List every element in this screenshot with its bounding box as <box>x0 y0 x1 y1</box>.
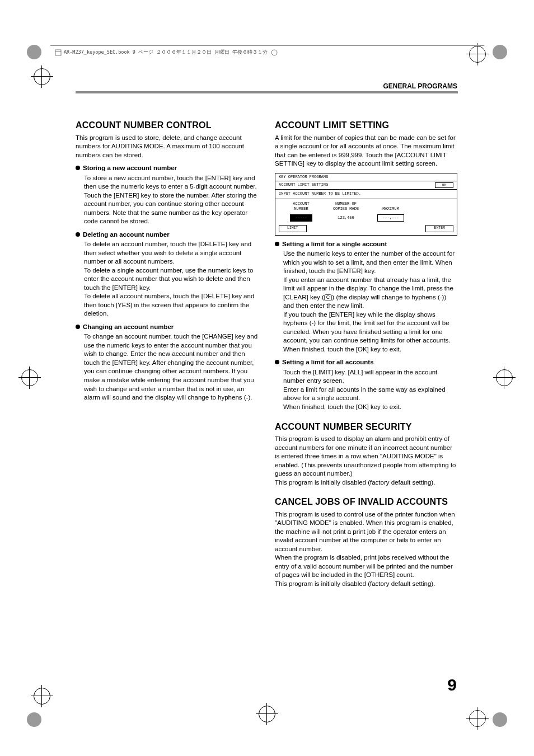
clear-key-icon: C <box>324 294 332 301</box>
panel-titlebar-top: KEY OPERATOR PROGRAMS <box>275 173 457 181</box>
cj-p1: This program is used to control use of t… <box>275 510 457 554</box>
panel-titlebar-sub: ACCOUNT LIMIT SETTING OK <box>275 181 457 190</box>
cj-p2: When the program is disabled, print jobs… <box>275 553 457 580</box>
bullet-icon <box>76 166 80 170</box>
clock-icon <box>271 49 278 56</box>
reg-cross-bl <box>34 688 50 705</box>
bullet-icon <box>76 232 80 237</box>
panel-footer: LIMIT ENTER <box>275 225 457 235</box>
reg-cross-tl <box>34 68 50 85</box>
sl-p4: When finished, touch the [OK] key to exi… <box>283 345 457 354</box>
sec-p2: This program is initially disabled (fact… <box>275 478 457 487</box>
all-limit-body: Touch the [LIMIT] key. [ALL] will appear… <box>283 368 457 412</box>
sl-p1: Use the numeric keys to enter the number… <box>283 250 457 276</box>
sl-p2: If you enter an account number that alre… <box>283 276 457 311</box>
all-limit-bullet: Setting a limit for all accounts <box>275 358 457 367</box>
bullet-icon <box>275 360 279 364</box>
changing-title: Changing an account number <box>83 323 174 332</box>
enter-button[interactable]: ENTER <box>425 225 453 232</box>
acct-limit-heading: ACCOUNT LIMIT SETTING <box>275 119 457 132</box>
cancel-jobs-heading: CANCEL JOBS OF INVALID ACCOUNTS <box>275 496 457 508</box>
single-limit-body: Use the numeric keys to enter the number… <box>283 250 457 354</box>
reg-cross-br <box>469 710 486 727</box>
panel-body: ACCOUNTNUMBER NUMBER OFCOPIES MADE MAXIM… <box>275 199 457 225</box>
acct-number-control-heading: ACCOUNT NUMBER CONTROL <box>76 119 258 132</box>
left-column: ACCOUNT NUMBER CONTROL This program is u… <box>76 119 258 597</box>
panel-col-headers: ACCOUNTNUMBER NUMBER OFCOPIES MADE MAXIM… <box>279 201 453 212</box>
changing-body: To change an account number, touch the [… <box>84 332 258 402</box>
ok-button[interactable]: OK <box>435 182 453 188</box>
single-limit-title: Setting a limit for a single account <box>282 240 387 249</box>
svg-rect-0 <box>55 50 61 55</box>
panel-instruction: INPUT ACCOUNT NUMBER TO BE LIMITED. <box>275 190 457 199</box>
reg-solid-br <box>493 712 507 727</box>
panel-values: ----- 123,456 ---,--- <box>279 214 453 222</box>
book-icon <box>55 49 62 56</box>
col-max: MAXIMUM <box>368 201 413 212</box>
deleting-title: Deleting an account number <box>83 231 170 240</box>
al-p1: Touch the [LIMIT] key. [ALL] will appear… <box>283 368 457 386</box>
page-number: 9 <box>447 675 457 694</box>
svg-point-2 <box>271 50 277 55</box>
copies-value: 123,456 <box>324 215 368 220</box>
reg-solid-tr <box>493 45 507 59</box>
max-value-box[interactable]: ---,--- <box>377 214 404 222</box>
panel-title-top: KEY OPERATOR PROGRAMS <box>279 175 328 180</box>
account-limit-panel: KEY OPERATOR PROGRAMS ACCOUNT LIMIT SETT… <box>275 173 457 236</box>
header-strip-text: AR-M237_keyope_SEC.book 9 ページ ２００６年１１月２０… <box>64 49 268 56</box>
sec-p1: This program is used to display an alarm… <box>275 435 457 478</box>
right-column: ACCOUNT LIMIT SETTING A limit for the nu… <box>275 119 457 597</box>
storing-body: To store a new account number, touch the… <box>84 174 258 226</box>
al-p2: Enter a limit for all acounts in the sam… <box>283 386 457 403</box>
single-limit-bullet: Setting a limit for a single account <box>275 240 457 249</box>
al-p3: When finished, touch the [OK] key to exi… <box>283 403 457 412</box>
reg-cross-mb <box>259 706 275 722</box>
section-header: GENERAL PROGRAMS <box>383 82 457 90</box>
reg-cross-mr <box>496 369 513 386</box>
reg-solid-tl <box>27 45 41 59</box>
changing-bullet: Changing an account number <box>76 323 258 332</box>
content-columns: ACCOUNT NUMBER CONTROL This program is u… <box>76 119 458 597</box>
reg-solid-bl <box>27 712 41 727</box>
bullet-icon <box>275 242 279 246</box>
framemaker-header: AR-M237_keyope_SEC.book 9 ページ ２００６年１１月２０… <box>50 45 484 59</box>
col-acct: ACCOUNTNUMBER <box>279 201 324 212</box>
storing-title: Storing a new account number <box>83 164 177 173</box>
deleting-body: To delete an account number, touch the [… <box>84 240 258 318</box>
all-limit-title: Setting a limit for all accounts <box>282 358 374 367</box>
limit-button[interactable]: LIMIT <box>279 225 307 232</box>
deleting-bullet: Deleting an account number <box>76 231 258 240</box>
reg-cross-ml <box>21 369 38 386</box>
anc-intro: This program is used to store, delete, a… <box>76 134 258 160</box>
header-rule <box>76 91 458 93</box>
sl-p3: If you touch the [ENTER] key while the d… <box>283 311 457 345</box>
panel-title-sub: ACCOUNT LIMIT SETTING <box>279 182 328 187</box>
acct-value-box[interactable]: ----- <box>290 214 312 222</box>
acct-security-heading: ACCOUNT NUMBER SECURITY <box>275 421 457 433</box>
storing-bullet: Storing a new account number <box>76 164 258 173</box>
col-copies: NUMBER OFCOPIES MADE <box>324 201 368 212</box>
cj-p3: This program is initially disabled (fact… <box>275 580 457 589</box>
als-intro: A limit for the number of copies that ca… <box>275 134 457 168</box>
bullet-icon <box>76 325 80 329</box>
